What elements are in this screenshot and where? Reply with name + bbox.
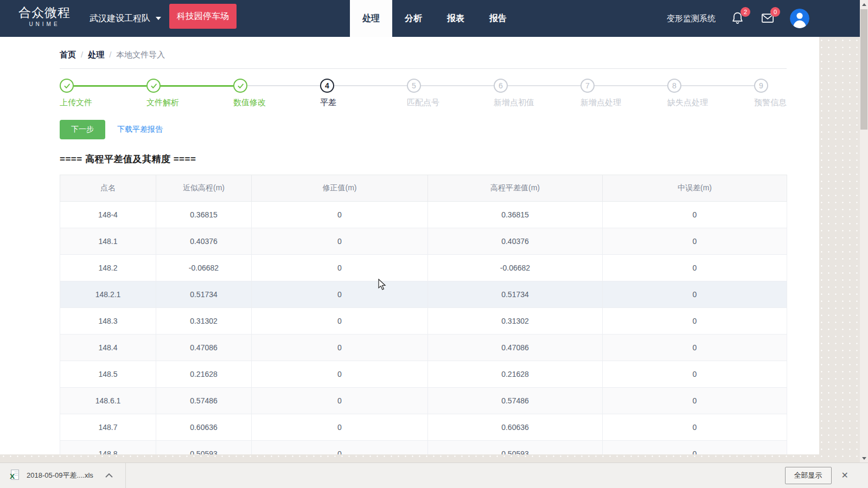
step-connector: [595, 85, 667, 86]
column-header: 点名: [60, 175, 156, 202]
table-row[interactable]: 148.70.6063600.606360: [60, 414, 787, 441]
table-cell: 0.36815: [156, 202, 252, 228]
avatar[interactable]: [790, 9, 809, 28]
step-connector: [334, 85, 407, 86]
step-connector: [247, 85, 320, 86]
column-header: 近似高程(m): [156, 175, 252, 202]
table-cell: 0.51734: [428, 281, 603, 308]
app-logo[interactable]: 合众微程 UNIME: [18, 5, 71, 27]
step-indicator-row: 5: [407, 79, 494, 93]
table-row[interactable]: 148.40.4708600.470860: [60, 335, 787, 361]
table-row[interactable]: 148-40.3681500.368150: [60, 202, 787, 228]
table-cell: 0: [603, 388, 787, 414]
table-cell: 0.47086: [428, 335, 603, 361]
step-connector: [508, 85, 580, 86]
table-row[interactable]: 148.30.3130200.313020: [60, 308, 787, 335]
check-icon: [146, 79, 161, 93]
table-cell: 148.1: [60, 228, 156, 255]
team-selector-dropdown[interactable]: 武汉建设工程队: [90, 0, 161, 37]
section-title: ==== 高程平差值及其精度 ====: [60, 153, 787, 165]
tab-报告[interactable]: 报告: [477, 0, 519, 37]
step-indicator-row: [146, 79, 233, 93]
table-row[interactable]: 148.50.2162800.216280: [60, 361, 787, 388]
table-cell: 148.8: [60, 441, 156, 455]
scroll-down-arrow[interactable]: [860, 454, 868, 463]
shelf-right-group: 全部显示 ✕: [785, 467, 868, 484]
main-nav-tabs: 处理分析报表报告: [350, 0, 519, 37]
table-cell: 0: [252, 308, 428, 335]
table-row[interactable]: 148.2.10.5173400.517340: [60, 281, 787, 308]
table-cell: 0: [603, 441, 787, 455]
tab-报表[interactable]: 报表: [435, 0, 477, 37]
table-cell: 0: [252, 414, 428, 441]
navbar-right-group: 变形监测系统 2 0: [667, 0, 809, 37]
table-cell: 148.2.1: [60, 281, 156, 308]
table-cell: 0.31302: [156, 308, 252, 335]
table-cell: 0: [603, 361, 787, 388]
table-row[interactable]: 148.2-0.066820-0.066820: [60, 255, 787, 281]
step-indicator-row: 7: [580, 79, 667, 93]
show-all-downloads-button[interactable]: 全部显示: [785, 467, 832, 484]
chevron-up-icon[interactable]: [105, 473, 113, 478]
step-number: 4: [320, 79, 334, 93]
table-cell: 0: [252, 388, 428, 414]
project-button[interactable]: 科技园停车场: [169, 4, 237, 29]
table-cell: 148.2: [60, 255, 156, 281]
notification-badge: 2: [741, 7, 750, 17]
step-connector: [681, 85, 754, 86]
chevron-down-icon: [156, 17, 161, 20]
table-row[interactable]: 148.10.4037600.403760: [60, 228, 787, 255]
table-cell: 0: [252, 281, 428, 308]
scrollbar-thumb[interactable]: [860, 9, 867, 130]
breadcrumb-item: 本地文件导入: [116, 49, 165, 60]
step-label: 文件解析: [146, 98, 233, 108]
bell-icon: [730, 18, 745, 27]
step-label: 平差: [320, 98, 407, 108]
table-cell: 0.50593: [156, 441, 252, 455]
step-label: 匹配点号: [407, 98, 494, 108]
table-cell: 0.50593: [428, 441, 603, 455]
downloaded-filename: 2018-05-09平差....xls: [27, 471, 93, 480]
table-cell: 0.40376: [428, 228, 603, 255]
step-label: 新增点初值: [494, 98, 580, 108]
breadcrumb-separator: /: [81, 49, 83, 60]
check-icon: [60, 79, 74, 93]
table-cell: 0.60636: [156, 414, 252, 441]
downloaded-file-item[interactable]: X 2018-05-09平差....xls: [0, 463, 126, 488]
table-row[interactable]: 148.6.10.5748600.574860: [60, 388, 787, 414]
table-cell: 0.51734: [156, 281, 252, 308]
table-cell: 0: [603, 308, 787, 335]
breadcrumb-item[interactable]: 处理: [88, 49, 104, 60]
excel-file-icon: X: [9, 469, 20, 483]
scroll-up-arrow[interactable]: [860, 0, 868, 9]
next-step-button[interactable]: 下一步: [60, 120, 105, 139]
step-label: 预警信息: [754, 98, 787, 108]
step-indicator-row: [233, 79, 320, 93]
messages-button[interactable]: 0: [760, 11, 775, 26]
step-label: 缺失点处理: [667, 98, 754, 108]
step-indicator-row: 6: [494, 79, 580, 93]
table-row[interactable]: 148.80.5059300.505930: [60, 441, 787, 455]
table-header-row: 点名近似高程(m)修正值(m)高程平差值(m)中误差(m): [60, 175, 787, 202]
tab-分析[interactable]: 分析: [392, 0, 435, 37]
system-name: 变形监测系统: [667, 14, 716, 24]
tab-处理[interactable]: 处理: [350, 0, 392, 37]
step-indicator-row: [60, 79, 146, 93]
breadcrumb-item[interactable]: 首页: [60, 49, 76, 60]
download-report-link[interactable]: 下载平差报告: [117, 125, 163, 134]
logo-title: 合众微程: [18, 5, 71, 20]
column-header: 高程平差值(m): [428, 175, 603, 202]
vertical-scrollbar[interactable]: [860, 0, 868, 463]
step-4: 4平差: [320, 79, 407, 108]
step-2: 文件解析: [146, 79, 233, 108]
breadcrumb-divider: [60, 68, 787, 69]
table-cell: 0.47086: [156, 335, 252, 361]
step-number: 6: [494, 79, 508, 93]
notifications-button[interactable]: 2: [730, 11, 745, 26]
table-cell: 0: [252, 255, 428, 281]
table-cell: 0.21628: [156, 361, 252, 388]
actions-row: 下一步 下载平差报告: [60, 120, 787, 139]
table-cell: 148.7: [60, 414, 156, 441]
table-cell: 0: [252, 202, 428, 228]
close-shelf-icon[interactable]: ✕: [841, 471, 848, 480]
